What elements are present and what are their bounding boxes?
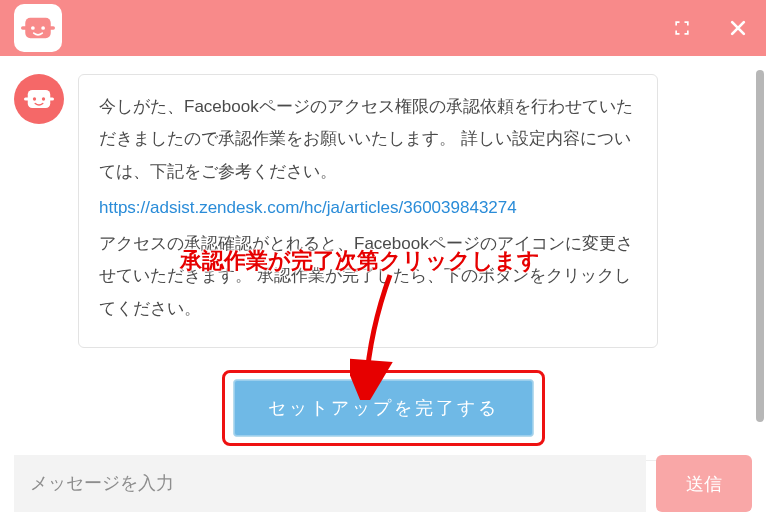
bot-face-icon [24, 84, 54, 114]
send-button[interactable]: 送信 [656, 455, 752, 512]
bot-avatar [14, 74, 64, 124]
highlight-outline: セットアップを完了する [222, 370, 545, 446]
message-input[interactable] [14, 455, 646, 512]
complete-setup-button[interactable]: セットアップを完了する [233, 379, 534, 437]
header-actions [668, 14, 752, 42]
close-icon [728, 18, 748, 38]
bot-message-row: 今しがた、Facebookページのアクセス権限の承認依頼を行わせていただきました… [14, 74, 752, 348]
svg-point-8 [33, 97, 36, 100]
svg-rect-1 [21, 26, 28, 29]
scrollbar-thumb[interactable] [756, 70, 764, 422]
chat-body: 今しがた、Facebookページのアクセス権限の承認依頼を行わせていただきました… [0, 56, 766, 448]
action-area: セットアップを完了する [14, 370, 752, 446]
bot-logo [14, 4, 62, 52]
svg-point-9 [42, 97, 45, 100]
expand-icon [672, 18, 692, 38]
expand-button[interactable] [668, 14, 696, 42]
message-paragraph-2: アクセスの承認確認がとれると、Facebookページのアイコンに変更させていただ… [99, 228, 637, 325]
svg-rect-7 [48, 98, 54, 101]
svg-point-3 [31, 26, 35, 30]
help-article-link[interactable]: https://adsist.zendesk.com/hc/ja/article… [99, 198, 517, 217]
close-button[interactable] [724, 14, 752, 42]
svg-point-4 [41, 26, 45, 30]
chat-footer: 送信 [0, 455, 766, 512]
bot-message-bubble: 今しがた、Facebookページのアクセス権限の承認依頼を行わせていただきました… [78, 74, 658, 348]
widget-header [0, 0, 766, 56]
svg-rect-6 [24, 98, 30, 101]
svg-rect-2 [48, 26, 55, 29]
bot-face-icon [21, 11, 55, 45]
message-paragraph-1: 今しがた、Facebookページのアクセス権限の承認依頼を行わせていただきました… [99, 91, 637, 188]
chat-widget: 今しがた、Facebookページのアクセス権限の承認依頼を行わせていただきました… [0, 0, 766, 518]
